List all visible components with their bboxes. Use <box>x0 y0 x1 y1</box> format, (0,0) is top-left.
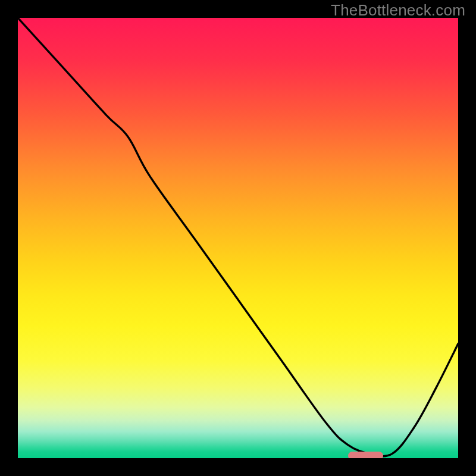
bottleneck-curve <box>18 18 458 458</box>
plot-area <box>18 18 458 458</box>
watermark-text: TheBottleneck.com <box>331 1 465 20</box>
chart-frame: TheBottleneck.com <box>0 0 476 476</box>
optimal-marker <box>348 452 383 458</box>
